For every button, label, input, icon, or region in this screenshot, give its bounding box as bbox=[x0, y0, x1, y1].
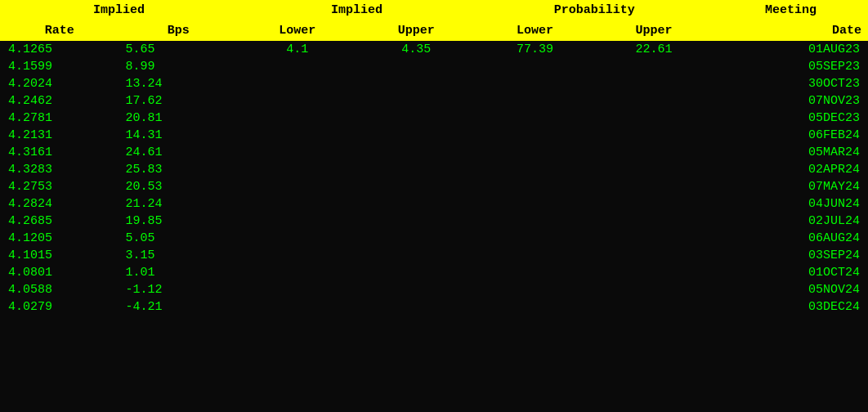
table-row: 4.0588-1.1205NOV24 bbox=[0, 281, 868, 298]
table-row: 4.10153.1503SEP24 bbox=[0, 247, 868, 264]
table-row: 4.328325.8302APR24 bbox=[0, 161, 868, 178]
table-row: 4.202413.2430OCT23 bbox=[0, 75, 868, 92]
data-table: Implied Implied Probability Meeting Rate… bbox=[0, 0, 868, 316]
probability-header: Probability bbox=[476, 0, 714, 20]
main-table-container: Implied Implied Probability Meeting Rate… bbox=[0, 0, 868, 316]
table-row: 4.15998.9905SEP23 bbox=[0, 58, 868, 75]
col-lower-implied-header: Lower bbox=[238, 20, 356, 41]
table-row: 4.278120.8105DEC23 bbox=[0, 110, 868, 127]
col-upper-prob-header: Upper bbox=[594, 20, 713, 41]
meeting-header: Meeting bbox=[714, 0, 868, 20]
table-row: 4.08011.0101OCT24 bbox=[0, 264, 868, 281]
implied-rate-header: Implied bbox=[0, 0, 238, 20]
col-lower-prob-header: Lower bbox=[476, 20, 594, 41]
table-row: 4.246217.6207NOV23 bbox=[0, 92, 868, 110]
table-row: 4.12055.0506AUG24 bbox=[0, 230, 868, 247]
table-row: 4.282421.2404JUN24 bbox=[0, 195, 868, 213]
table-row: 4.268519.8502JUL24 bbox=[0, 213, 868, 230]
table-row: 4.316124.6105MAR24 bbox=[0, 144, 868, 161]
table-row: 4.213114.3106FEB24 bbox=[0, 127, 868, 144]
table-row: 4.0279-4.2103DEC24 bbox=[0, 298, 868, 316]
col-rate-header: Rate bbox=[0, 20, 119, 41]
col-date-header: Date bbox=[714, 20, 868, 41]
col-bps-header: Bps bbox=[119, 20, 237, 41]
table-row: 4.12655.654.14.3577.3922.6101AUG23 bbox=[0, 41, 868, 58]
implied-bounds-header: Implied bbox=[238, 0, 476, 20]
table-row: 4.275320.5307MAY24 bbox=[0, 178, 868, 195]
col-upper-implied-header: Upper bbox=[356, 20, 475, 41]
